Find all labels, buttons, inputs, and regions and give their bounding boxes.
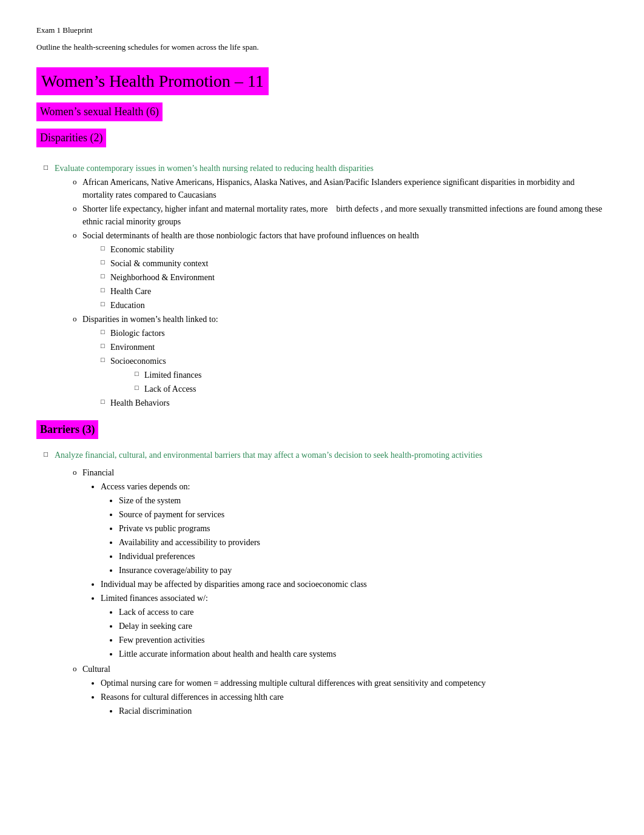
cultural-items: Optimal nursing care for women = address…: [101, 677, 608, 717]
list-item: Reasons for cultural differences in acce…: [101, 691, 608, 717]
outline-desc: Outline the health-screening schedules f…: [36, 41, 608, 53]
list-item: Little accurate information about health…: [119, 648, 608, 660]
list-item: Insurance coverage/ability to pay: [119, 564, 608, 577]
exam-title: Exam 1 Blueprint: [36, 24, 608, 36]
financial-category: Financial Access varies depends on: Size…: [73, 466, 608, 660]
barriers-obj-item: Analyze financial, cultural, and environ…: [49, 449, 608, 717]
disparities-list: Evaluate contemporary issues in women’s …: [49, 162, 608, 409]
list-item: Access varies depends on: Size of the sy…: [101, 480, 608, 577]
item-text: Lack of Access: [144, 384, 196, 394]
list-item: Shorter life expectancy, higher infant a…: [73, 203, 608, 228]
list-item: Disparities in women’s health linked to:…: [73, 313, 608, 409]
item-text: Economic stability: [110, 245, 174, 254]
main-heading-container: Women’s Health Promotion – 11: [36, 67, 608, 99]
item-text: Optimal nursing care for women = address…: [101, 679, 486, 688]
sub-heading2: Disparities (2): [36, 129, 106, 147]
item-text: Availability and accessibility to provid…: [119, 538, 260, 547]
limited-finances-sub-items: Lack of access to care Delay in seeking …: [119, 606, 608, 660]
list-item: Neighborhood & Environment: [101, 271, 608, 284]
main-heading: Women’s Health Promotion – 11: [36, 67, 269, 95]
item-text: Delay in seeking care: [119, 622, 192, 631]
item-text: Access varies depends on:: [101, 482, 190, 491]
item-text: Disparities in women’s health linked to:: [82, 315, 218, 324]
item-text: Social & community context: [110, 259, 208, 268]
item-text: Limited finances associated w/:: [101, 594, 208, 603]
list-item: Social & community context: [101, 257, 608, 270]
cultural-category: Cultural Optimal nursing care for women …: [73, 663, 608, 717]
list-item: Lack of access to care: [119, 606, 608, 619]
category-label: Cultural: [82, 665, 110, 674]
list-item: Limited finances: [135, 369, 608, 381]
item-text: Lack of access to care: [119, 608, 194, 617]
item-text: Few prevention activities: [119, 635, 205, 645]
list-item: Optimal nursing care for women = address…: [101, 677, 608, 689]
disparities-learning-obj: Evaluate contemporary issues in women’s …: [55, 164, 374, 173]
item-text: Socioeconomics: [110, 357, 166, 366]
list-item: Health Care: [101, 285, 608, 298]
list-item: African Americans, Native Americans, His…: [73, 176, 608, 201]
sub-heading2-container: Disparities (2): [36, 129, 608, 151]
access-sub-items: Size of the system Source of payment for…: [119, 494, 608, 577]
cultural-reasons-sub-items: Racial discrimination: [119, 705, 608, 717]
list-item: Few prevention activities: [119, 634, 608, 646]
item-text: Health Behaviors: [110, 398, 170, 407]
barriers-heading: Barriers (3): [36, 420, 98, 439]
list-item: Individual preferences: [119, 550, 608, 563]
list-item: Environment: [101, 341, 608, 354]
list-item: Socioeconomics Limited finances Lack of …: [101, 355, 608, 395]
item-text: Social determinants of health are those …: [82, 231, 419, 240]
item-text: Health Care: [110, 287, 151, 296]
list-item: Biologic factors: [101, 327, 608, 340]
item-text: Insurance coverage/ability to pay: [119, 566, 232, 575]
barriers-learning-obj: Analyze financial, cultural, and environ…: [55, 451, 482, 460]
disparities-linked-list: Biologic factors Environment Socioeconom…: [101, 327, 608, 409]
list-item: Social determinants of health are those …: [73, 229, 608, 312]
list-item: Health Behaviors: [101, 397, 608, 409]
item-text: Reasons for cultural differences in acce…: [101, 692, 284, 702]
item-text: Biologic factors: [110, 329, 165, 338]
item-text: Education: [110, 301, 145, 310]
barriers-categories: Financial Access varies depends on: Size…: [73, 466, 608, 717]
disparities-sub-list: African Americans, Native Americans, His…: [73, 176, 608, 409]
disparities-obj-item: Evaluate contemporary issues in women’s …: [49, 162, 608, 409]
item-text: Little accurate information about health…: [119, 649, 336, 659]
list-item: Availability and accessibility to provid…: [119, 536, 608, 549]
sub-heading1-container: Women’s sexual Health (6): [36, 102, 608, 125]
item-text: Individual preferences: [119, 552, 195, 561]
list-item: Lack of Access: [135, 383, 608, 395]
item-text: Neighborhood & Environment: [110, 273, 215, 282]
category-label: Financial: [82, 468, 114, 477]
item-text: Environment: [110, 343, 155, 352]
list-item: Source of payment for services: [119, 508, 608, 521]
list-item: Individual may be affected by disparitie…: [101, 578, 608, 591]
item-text: Racial discrimination: [119, 706, 192, 716]
item-text: Individual may be affected by disparitie…: [101, 580, 367, 589]
social-determinants-list: Economic stability Social & community co…: [101, 243, 608, 312]
list-item: Education: [101, 299, 608, 312]
item-text: Shorter life expectancy, higher infant a…: [82, 204, 602, 226]
item-text: Size of the system: [119, 496, 181, 505]
item-text: Source of payment for services: [119, 510, 224, 519]
list-item: Delay in seeking care: [119, 620, 608, 632]
item-text: Limited finances: [144, 371, 201, 380]
list-item: Limited finances associated w/: Lack of …: [101, 592, 608, 660]
list-item: Private vs public programs: [119, 522, 608, 535]
barriers-section: Barriers (3): [36, 420, 608, 445]
barriers-list: Analyze financial, cultural, and environ…: [49, 449, 608, 717]
list-item: Economic stability: [101, 243, 608, 256]
financial-items: Access varies depends on: Size of the sy…: [101, 480, 608, 660]
socioeconomics-sub-list: Limited finances Lack of Access: [135, 369, 608, 395]
list-item: Racial discrimination: [119, 705, 608, 717]
list-item: Size of the system: [119, 494, 608, 507]
sub-heading1: Women’s sexual Health (6): [36, 102, 163, 121]
item-text: Private vs public programs: [119, 524, 210, 533]
item-text: African Americans, Native Americans, His…: [82, 178, 574, 200]
